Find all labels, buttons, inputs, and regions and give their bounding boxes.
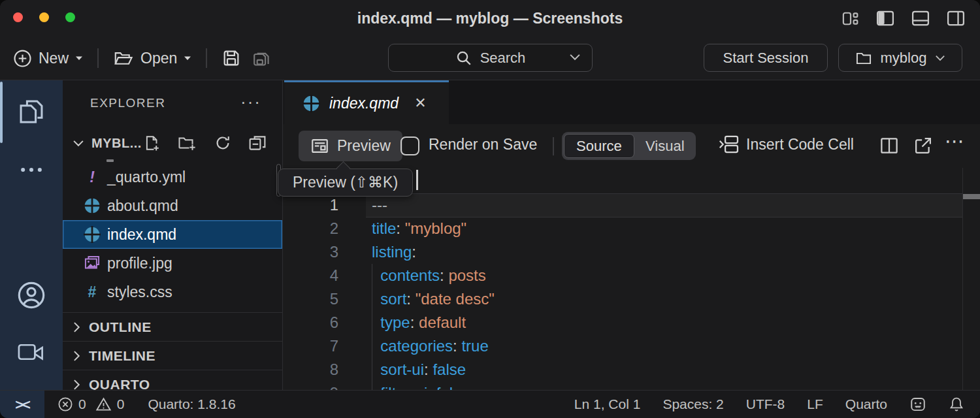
tab-close-icon[interactable]: ✕ [414, 95, 426, 112]
tree-item-index-qmd[interactable]: index.qmd [63, 220, 282, 249]
editor-more-actions-icon[interactable]: ⋯ [945, 129, 965, 152]
eol-status[interactable]: LF [807, 396, 823, 412]
render-on-save-checkbox[interactable] [400, 137, 419, 155]
tree-item--quarto-yml[interactable]: !_quarto.yml [63, 163, 282, 191]
insert-code-cell-button[interactable]: Insert Code Cell [717, 133, 854, 155]
split-editor-icon[interactable] [879, 136, 899, 155]
file-name-label: profile.jpg [107, 255, 172, 272]
tab-bar: index.qmd ✕ [284, 80, 980, 124]
code-text: contents: posts [372, 266, 486, 285]
encoding-status[interactable]: UTF-8 [746, 396, 785, 412]
line-number[interactable]: 3 [284, 243, 338, 261]
preview-button-label: Preview [337, 137, 391, 155]
search-label: Search [480, 50, 526, 67]
tree-item-profile-jpg[interactable]: profile.jpg [63, 249, 282, 278]
toggle-secondary-sidebar-icon[interactable] [946, 9, 966, 27]
top-action-bar: New Open [0, 37, 980, 80]
code-line-7[interactable]: 7 categories: true [284, 334, 980, 358]
tree-item-styles-css[interactable]: #styles.css [63, 278, 282, 306]
section-label: QUARTO [89, 377, 150, 391]
line-number[interactable]: 9 [284, 384, 338, 390]
customize-layout-icon[interactable] [841, 10, 860, 27]
code-line-9[interactable]: 9 filter-ui: false [284, 381, 980, 390]
error-count: 0 [78, 396, 86, 412]
plus-circle-icon [13, 49, 32, 68]
toggle-primary-sidebar-icon[interactable] [875, 9, 895, 27]
language-mode-status[interactable]: Quarto [845, 396, 887, 412]
account-icon[interactable] [0, 280, 63, 310]
line-number[interactable]: 7 [284, 337, 338, 355]
save-all-icon[interactable] [250, 48, 271, 68]
project-selector-button[interactable]: myblog [838, 44, 962, 72]
chevron-down-icon[interactable] [568, 52, 581, 61]
line-number[interactable]: 5 [284, 290, 338, 308]
yaml-warning-icon: ! [82, 169, 102, 186]
chevron-down-icon [72, 138, 85, 148]
line-number[interactable]: 8 [284, 361, 338, 379]
toolbar-separator [97, 48, 99, 68]
tree-item-about-qmd[interactable]: about.qmd [63, 191, 282, 220]
explorer-sidebar: EXPLORER ··· MYBL... [63, 80, 283, 390]
new-file-icon[interactable] [144, 134, 161, 152]
workspace-section-header[interactable]: MYBL... [63, 127, 282, 159]
line-number[interactable]: 1 [284, 196, 338, 214]
code-area[interactable]: 1---2title: "myblog"3listing:4 contents:… [284, 168, 980, 390]
open-in-new-window-icon[interactable] [913, 136, 933, 155]
code-text: sort-ui: false [372, 361, 466, 379]
tooltip-text: Preview (⇧⌘K) [293, 174, 398, 191]
line-number[interactable]: 6 [284, 314, 338, 332]
line-number[interactable]: 4 [284, 266, 338, 285]
indent-guide [372, 264, 372, 390]
titlebar: index.qmd — myblog — Screenshots [0, 0, 980, 37]
tab-title: index.qmd [329, 95, 399, 112]
code-line-8[interactable]: 8 sort-ui: false [284, 358, 980, 381]
cursor-position-status[interactable]: Ln 1, Col 1 [574, 396, 641, 412]
visual-mode-button[interactable]: Visual [634, 138, 696, 155]
status-bar: >< 0 0 Quarto: 1.8.16 Ln 1, Col 1 [0, 390, 980, 418]
new-button[interactable]: New [13, 49, 83, 68]
workspace-name-label: MYBL... [91, 136, 142, 151]
code-line-2[interactable]: 2title: "myblog" [284, 217, 980, 240]
search-input[interactable]: Search [388, 44, 593, 72]
problems-status[interactable]: 0 0 [57, 396, 124, 412]
file-tree: !_quarto.ymlabout.qmdindex.qmdprofile.jp… [63, 163, 282, 306]
feedback-face-icon[interactable] [909, 396, 926, 413]
screencast-camera-icon[interactable] [0, 340, 63, 364]
refresh-icon[interactable] [214, 134, 231, 152]
open-button[interactable]: Open [113, 49, 191, 67]
indentation-status[interactable]: Spaces: 2 [662, 396, 723, 412]
tab-index-qmd[interactable]: index.qmd ✕ [284, 80, 449, 124]
quarto-version-status[interactable]: Quarto: 1.8.16 [148, 396, 235, 412]
remote-indicator[interactable]: >< [0, 391, 44, 418]
line-number[interactable]: 2 [284, 219, 338, 238]
code-line-1[interactable]: 1--- [284, 193, 980, 217]
source-visual-toggle: Source Visual [562, 132, 696, 160]
preview-button[interactable]: Preview [299, 131, 402, 161]
code-text: sort: "date desc" [372, 290, 495, 308]
preview-icon [310, 137, 329, 155]
section-label: OUTLINE [89, 319, 152, 335]
notifications-bell-icon[interactable] [949, 396, 964, 413]
explorer-activity-icon[interactable] [0, 97, 63, 126]
code-line-3[interactable]: 3listing: [284, 240, 980, 264]
start-session-button[interactable]: Start Session [704, 44, 828, 72]
code-line-4[interactable]: 4 contents: posts [284, 264, 980, 287]
explorer-header: EXPLORER ··· [63, 80, 282, 126]
source-mode-button[interactable]: Source [564, 134, 634, 158]
collapse-all-icon[interactable] [248, 134, 267, 152]
sidebar-section-quarto[interactable]: QUARTO [63, 370, 282, 390]
explorer-more-icon[interactable]: ··· [240, 92, 261, 112]
toggle-panel-icon[interactable] [911, 9, 930, 27]
overview-ruler-cursor-mark [963, 194, 980, 199]
open-folder-icon [113, 49, 134, 67]
code-line-5[interactable]: 5 sort: "date desc" [284, 287, 980, 311]
save-icon[interactable] [221, 48, 241, 68]
new-folder-icon[interactable] [178, 134, 197, 152]
image-file-icon [82, 255, 102, 272]
toolbar-separator [206, 48, 207, 68]
warning-count: 0 [117, 396, 125, 412]
code-line-6[interactable]: 6 type: default [284, 311, 980, 334]
sidebar-section-timeline[interactable]: TIMELINE [63, 341, 282, 370]
sidebar-section-outline[interactable]: OUTLINE [63, 312, 282, 341]
more-views-icon[interactable] [0, 165, 63, 174]
